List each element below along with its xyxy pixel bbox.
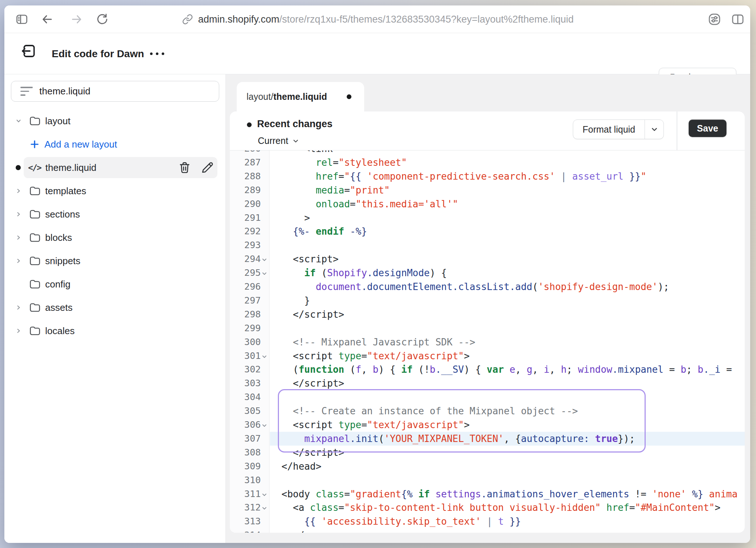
editor-main: layout/theme.liquid Recent changes Curre… xyxy=(226,74,750,543)
forward-icon[interactable] xyxy=(69,12,84,27)
sidebar-toggle-icon[interactable] xyxy=(15,12,29,27)
sidebar-item-locales[interactable]: locales xyxy=(4,319,225,342)
sidebar-item-snippets[interactable]: snippets xyxy=(4,249,225,273)
code-line[interactable]: onload="this.media='all'" xyxy=(269,197,745,211)
code-editor[interactable]: 286 <link287 rel="stylesheet"288 href="{… xyxy=(230,150,745,533)
chevron-right-icon[interactable] xyxy=(16,235,21,240)
back-icon[interactable] xyxy=(40,12,55,27)
file-search[interactable] xyxy=(11,81,219,102)
code-line[interactable]: } xyxy=(269,294,745,308)
fold-chevron-icon[interactable] xyxy=(261,505,268,512)
code-line[interactable]: {%- endif -%} xyxy=(269,224,745,238)
folder-icon xyxy=(29,186,40,196)
chevron-right-icon[interactable] xyxy=(16,188,21,194)
link-icon xyxy=(182,14,193,25)
add-layout-label: Add a new layout xyxy=(44,139,117,150)
format-liquid-button[interactable]: Format liquid xyxy=(573,120,645,139)
line-number: 303 xyxy=(230,376,269,390)
code-line[interactable] xyxy=(269,390,745,404)
folder-icon xyxy=(29,326,40,336)
url-host: admin.shopify.com xyxy=(198,14,279,25)
code-line[interactable]: <body class="gradient{% if settings.anim… xyxy=(269,487,745,501)
sidebar-item-sections[interactable]: sections xyxy=(4,203,225,226)
add-new-layout-link[interactable]: Add a new layout xyxy=(4,133,225,156)
code-line[interactable]: </head> xyxy=(269,459,745,473)
sidebar-item-assets[interactable]: assets xyxy=(4,296,225,319)
fold-chevron-icon[interactable] xyxy=(261,257,268,263)
line-number: 300 xyxy=(230,335,269,349)
code-line[interactable]: <script type="text/javascript"> xyxy=(269,349,745,363)
code-line[interactable]: <script type="text/javascript"> xyxy=(269,418,745,432)
code-line[interactable]: document.documentElement.classList.add('… xyxy=(269,280,745,294)
search-input[interactable] xyxy=(39,86,200,97)
chevron-right-icon[interactable] xyxy=(16,305,21,310)
folder-label: layout xyxy=(45,116,70,127)
sidebar-item-templates[interactable]: templates xyxy=(4,179,225,203)
line-number: 297 xyxy=(230,294,269,308)
folder-icon xyxy=(29,256,40,266)
line-number: 305 xyxy=(230,404,269,418)
sidebar-item-layout[interactable]: layout xyxy=(4,109,225,133)
file-tree: layoutAdd a new layout</>theme.liquidtem… xyxy=(4,109,225,342)
chevron-right-icon[interactable] xyxy=(16,258,21,264)
chevron-right-icon[interactable] xyxy=(16,211,21,217)
code-line[interactable]: <script> xyxy=(269,252,745,266)
sidebar-item-theme.liquid[interactable]: </>theme.liquid xyxy=(4,156,225,179)
selected-file-row[interactable]: </>theme.liquid xyxy=(24,157,217,178)
format-liquid-split-button: Format liquid xyxy=(573,120,664,139)
editor-toolbar: Recent changes Current Format liquid xyxy=(230,111,745,150)
plus-icon xyxy=(29,139,40,149)
code-line[interactable]: {{ 'accessibility.skip_to_text' | t }} xyxy=(269,514,745,528)
code-line[interactable]: href="{{ 'component-predictive-search.cs… xyxy=(269,169,745,183)
code-line[interactable]: </script> xyxy=(269,376,745,390)
line-number: 310 xyxy=(230,473,269,487)
code-line[interactable]: </script> xyxy=(269,308,745,321)
fold-chevron-icon[interactable] xyxy=(261,422,268,429)
filter-icon xyxy=(20,87,34,96)
folder-icon xyxy=(29,279,40,289)
code-line[interactable] xyxy=(269,321,745,335)
code-line[interactable]: > xyxy=(269,211,745,225)
code-line[interactable]: mixpanel.init('YOUR_MIXPANEL_TOKEN', {au… xyxy=(269,432,745,446)
browser-settings-icon[interactable] xyxy=(707,12,722,27)
desktop-background: admin.shopify.com/store/rzq1xu-f5/themes… xyxy=(0,0,756,548)
sidebar-item-blocks[interactable]: blocks xyxy=(4,226,225,249)
rename-file-icon[interactable] xyxy=(201,161,214,174)
code-line[interactable]: (function (f, b) { if (!b.__SV) { var e,… xyxy=(269,363,745,376)
code-line[interactable]: media="print" xyxy=(269,183,745,197)
sidebar-item-config[interactable]: config xyxy=(4,273,225,296)
version-dropdown[interactable]: Current xyxy=(258,136,299,146)
code-line[interactable]: rel="stylesheet" xyxy=(269,156,745,169)
tab-theme-liquid[interactable]: layout/theme.liquid xyxy=(237,82,364,111)
file-label: theme.liquid xyxy=(46,162,97,173)
code-line[interactable] xyxy=(269,238,745,252)
fold-chevron-icon[interactable] xyxy=(261,492,268,498)
fold-chevron-icon[interactable] xyxy=(261,270,268,277)
code-line[interactable]: <a class="skip-to-content-link button vi… xyxy=(269,501,745,514)
code-line[interactable]: <link xyxy=(269,150,745,156)
line-number: 308 xyxy=(230,446,269,459)
fold-chevron-icon[interactable] xyxy=(261,353,268,360)
format-options-button[interactable] xyxy=(645,120,664,139)
browser-toolbar: admin.shopify.com/store/rzq1xu-f5/themes… xyxy=(4,5,750,33)
code-line[interactable]: if (Shopify.designMode) { xyxy=(269,266,745,280)
code-line[interactable]: </script> xyxy=(269,446,745,459)
more-actions-icon[interactable] xyxy=(150,33,164,74)
code-line[interactable]: </a> xyxy=(269,528,745,533)
code-line[interactable] xyxy=(269,473,745,487)
content-area: layoutAdd a new layout</>theme.liquidtem… xyxy=(4,74,750,543)
chevron-right-icon[interactable] xyxy=(16,328,21,334)
save-button[interactable]: Save xyxy=(689,120,727,137)
chevron-down-icon xyxy=(651,126,658,133)
line-number: 289 xyxy=(230,183,269,197)
reload-icon[interactable] xyxy=(95,12,109,27)
delete-file-icon[interactable] xyxy=(178,161,191,174)
split-view-icon[interactable] xyxy=(731,12,745,27)
changes-dot xyxy=(247,122,252,127)
code-line[interactable]: <!-- Create an instance of the Mixpanel … xyxy=(269,404,745,418)
exit-icon[interactable] xyxy=(21,43,38,59)
address-bar[interactable]: admin.shopify.com/store/rzq1xu-f5/themes… xyxy=(182,5,574,33)
folder-label: sections xyxy=(45,209,80,220)
chevron-down-icon[interactable] xyxy=(16,118,21,124)
code-line[interactable]: <!-- Mixpanel Javascript SDK --> xyxy=(269,335,745,349)
